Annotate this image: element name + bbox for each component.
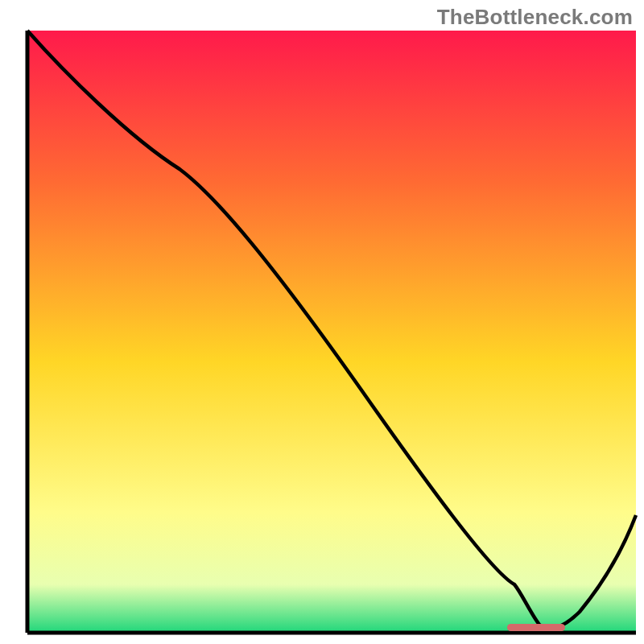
chart-container: TheBottleneck.com — [0, 0, 644, 644]
bottleneck-chart — [0, 0, 644, 644]
optimal-marker — [507, 624, 565, 631]
